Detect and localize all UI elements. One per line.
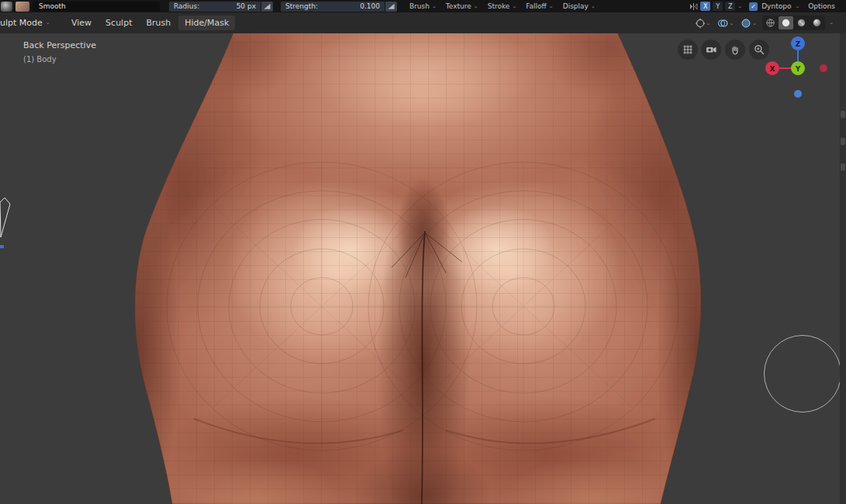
region-mark [841, 138, 845, 145]
mirror-y-toggle[interactable]: Y [713, 2, 723, 11]
gizmo-icon [695, 18, 706, 29]
shading-mode-group [762, 16, 825, 30]
wireframe-icon [765, 18, 775, 28]
right-region-strip[interactable] [840, 33, 846, 504]
stray-wireframe-object [0, 195, 16, 244]
chevron-down-icon: ⌄ [549, 4, 554, 9]
radius-value: 50 px [237, 2, 256, 10]
axis-navigation-gizmo[interactable]: Z X Y [763, 35, 834, 103]
viewport-3d[interactable]: Back Perspective (1) Body [0, 33, 846, 504]
brush-panel-dropdown[interactable]: Brush ⌄ [406, 2, 440, 12]
options-tab[interactable]: Options [802, 2, 841, 10]
display-panel-dropdown[interactable]: Display ⌄ [560, 2, 599, 12]
camera-icon [706, 44, 717, 55]
brush-panel-label: Brush [409, 2, 430, 10]
chevron-down-icon: ⌄ [432, 4, 437, 9]
chevron-down-icon: ⌄ [512, 4, 516, 9]
strength-value: 0.100 [360, 2, 380, 10]
brush-name: Smooth [39, 2, 66, 10]
chevron-down-icon[interactable]: ⌄ [737, 4, 742, 9]
check-icon: ✓ [751, 3, 756, 10]
chevron-down-icon[interactable]: ⌄ [829, 20, 834, 26]
display-panel-label: Display [563, 2, 589, 10]
grid-icon [682, 44, 693, 55]
dyntopo-label[interactable]: Dyntopo [760, 2, 792, 10]
texture-panel-dropdown[interactable]: Texture ⌄ [443, 2, 482, 12]
falloff-panel-label: Falloff [526, 2, 547, 10]
pressure-icon [263, 2, 271, 11]
chevron-down-icon: ⌄ [752, 20, 757, 26]
strength-label: Strength: [285, 2, 318, 10]
radius-slider[interactable]: Radius: 50 px [169, 2, 261, 12]
axis-z-label: Z [796, 40, 801, 48]
rendered-icon [812, 18, 822, 28]
region-mark [841, 111, 845, 118]
chevron-down-icon: ⌄ [474, 4, 478, 9]
axis-y-label: Y [795, 65, 801, 73]
radius-pressure-toggle[interactable] [261, 2, 273, 12]
selection-tick [0, 245, 4, 248]
chevron-down-icon: ⌄ [729, 20, 734, 26]
axis-x-label: X [770, 65, 775, 73]
shading-solid-button[interactable] [779, 16, 793, 29]
axis-x-neg-ball[interactable] [820, 64, 827, 72]
tool-settings-bar: Smooth Radius: 50 px Strength: 0.100 [0, 0, 846, 12]
strength-slider[interactable]: Strength: 0.100 [281, 2, 385, 12]
menu-hide-mask[interactable]: Hide/Mask [178, 16, 235, 30]
mode-dropdown-wrap: Sculpt Mode ⌄ [0, 12, 64, 33]
view-label: Back Perspective [23, 40, 96, 50]
xray-icon [741, 18, 751, 29]
overlays-icon [717, 18, 728, 29]
chevron-down-icon: ⌄ [46, 20, 50, 26]
viewport-header: Sculpt Mode ⌄ View Sculpt Brush Hide/Mas… [0, 12, 846, 33]
xray-dropdown[interactable]: ⌄ [739, 17, 758, 29]
menu-brush[interactable]: Brush [140, 16, 177, 30]
chevron-down-icon: ⌄ [706, 20, 711, 26]
sculpt-mesh-body [0, 0, 846, 504]
menu-view[interactable]: View [65, 16, 98, 30]
menu-sculpt[interactable]: Sculpt [99, 16, 138, 30]
chevron-down-icon: ⌄ [591, 4, 596, 9]
stroke-panel-label: Stroke [488, 2, 510, 10]
mode-dropdown[interactable]: Sculpt Mode ⌄ [0, 18, 50, 28]
solid-icon [781, 18, 791, 28]
camera-view-button[interactable] [701, 40, 721, 60]
pan-hand-button[interactable] [725, 40, 745, 60]
strength-pressure-toggle[interactable] [385, 2, 397, 12]
region-mark [841, 164, 845, 171]
show-gizmo-dropdown[interactable]: ⌄ [693, 17, 713, 29]
brush-thumbnail[interactable] [1, 2, 12, 12]
shading-material-button[interactable] [794, 16, 809, 29]
brush-name-field[interactable]: Smooth [33, 2, 160, 12]
mirror-icon [689, 2, 698, 11]
brush-texture-thumbnail[interactable] [16, 2, 29, 12]
shading-wireframe-button[interactable] [763, 16, 778, 29]
dyntopo-checkbox[interactable]: ✓ [749, 2, 758, 11]
mode-label: Sculpt Mode [0, 18, 43, 28]
shading-rendered-button[interactable] [810, 16, 824, 29]
texture-panel-label: Texture [446, 2, 471, 10]
blender-window: Smooth Radius: 50 px Strength: 0.100 [0, 0, 846, 504]
ortho-grid-button[interactable] [678, 40, 698, 60]
axis-z-neg-ball[interactable] [794, 90, 802, 98]
mirror-z-toggle[interactable]: Z [725, 2, 735, 11]
radius-label: Radius: [174, 2, 199, 10]
chevron-down-icon[interactable]: ⌄ [795, 4, 799, 9]
material-icon [796, 18, 806, 28]
show-overlays-dropdown[interactable]: ⌄ [716, 17, 735, 29]
object-label: (1) Body [23, 55, 57, 64]
mirror-x-toggle[interactable]: X [700, 2, 710, 11]
hand-icon [730, 44, 741, 55]
pressure-icon [387, 2, 395, 11]
stroke-panel-dropdown[interactable]: Stroke ⌄ [485, 2, 520, 12]
falloff-panel-dropdown[interactable]: Falloff ⌄ [523, 2, 556, 12]
